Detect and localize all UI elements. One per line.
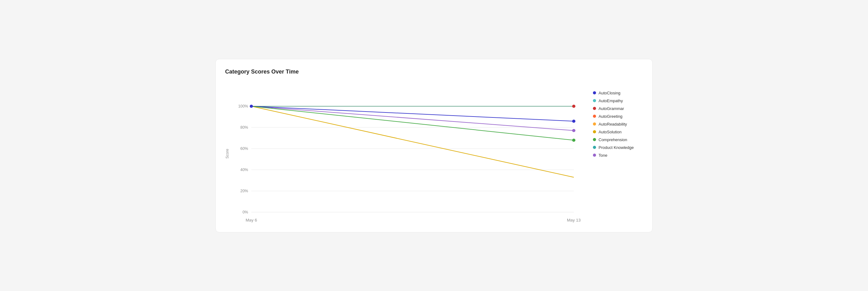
svg-line-19 [251,106,574,177]
svg-text:40%: 40% [240,168,248,172]
legend-dot-autoreadability [593,122,596,125]
svg-line-22 [251,106,574,140]
legend-label-autoempathy: AutoEmpathy [598,99,623,103]
chart-title: Category Scores Over Time [225,69,643,75]
legend-label-product-knowledge: Product Knowledge [598,145,634,150]
legend-label-autogreeting: AutoGreeting [598,114,623,119]
svg-text:May 13: May 13 [567,218,581,222]
svg-text:60%: 60% [240,146,248,151]
chart-with-yaxis: Score 100% 80% 60% 40% 20% [225,81,587,226]
y-axis-label: Score [225,81,229,226]
svg-text:0%: 0% [243,210,248,214]
chart-card: Category Scores Over Time Score 100% 80% [215,59,653,232]
svg-point-26 [572,129,576,132]
chart-area: Score 100% 80% 60% 40% 20% [225,81,643,226]
chart-container: 100% 80% 60% 40% 20% 0% May 6 May 13 [232,81,587,226]
legend-label-autogrammar: AutoGrammar [598,106,624,111]
svg-text:May 6: May 6 [246,218,257,222]
svg-text:20%: 20% [240,189,248,193]
legend-item-product-knowledge: Product Knowledge [593,145,643,150]
svg-text:100%: 100% [238,104,248,108]
chart-svg: 100% 80% 60% 40% 20% 0% May 6 May 13 [232,81,587,225]
legend-label-autoreadability: AutoReadability [598,122,627,126]
legend-item-autogrammar: AutoGrammar [593,106,643,111]
legend-dot-tone [593,154,596,157]
legend-dot-autogrammar [593,107,596,110]
legend-dot-autoclosing [593,91,596,95]
legend-dot-autoempathy [593,99,596,102]
legend-dot-comprehension [593,138,596,141]
legend: AutoClosing AutoEmpathy AutoGrammar Auto… [593,81,643,158]
legend-label-autoclosing: AutoClosing [598,91,620,95]
legend-dot-autosolution [593,130,596,133]
legend-item-autoreadability: AutoReadability [593,122,643,126]
legend-label-autosolution: AutoSolution [598,130,622,134]
svg-text:80%: 80% [240,125,248,130]
svg-point-25 [250,105,253,108]
legend-item-comprehension: Comprehension [593,137,643,142]
legend-item-autoempathy: AutoEmpathy [593,99,643,103]
svg-point-27 [572,139,576,142]
svg-point-24 [572,120,576,123]
legend-label-comprehension: Comprehension [598,137,627,142]
legend-dot-autogreeting [593,115,596,118]
svg-line-21 [251,106,574,121]
legend-dot-product-knowledge [593,146,596,149]
svg-line-20 [251,106,574,131]
legend-item-autosolution: AutoSolution [593,130,643,134]
legend-item-autoclosing: AutoClosing [593,91,643,95]
svg-point-23 [572,105,576,108]
legend-label-tone: Tone [598,153,607,158]
legend-item-tone: Tone [593,153,643,158]
legend-item-autogreeting: AutoGreeting [593,114,643,119]
